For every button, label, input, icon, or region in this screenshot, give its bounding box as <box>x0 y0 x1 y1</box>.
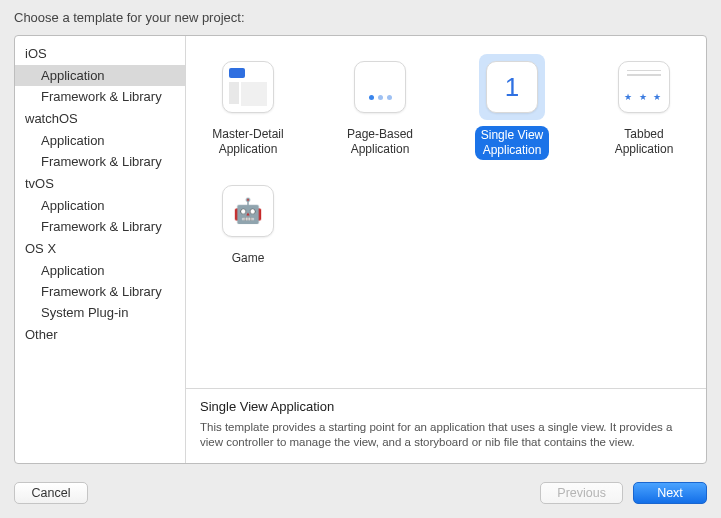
template-icon-wrap: 🤖 <box>215 178 281 244</box>
sidebar-item[interactable]: Application <box>15 65 185 86</box>
template-game[interactable]: 🤖 Game <box>200 178 296 267</box>
sidebar-item[interactable]: Application <box>15 130 185 151</box>
sidebar-header[interactable]: OS X <box>15 237 185 260</box>
single-view-icon: 1 <box>486 61 538 113</box>
sidebar-item[interactable]: Application <box>15 260 185 281</box>
tabbed-icon: ★ ★ ★ <box>618 61 670 113</box>
page-based-icon <box>354 61 406 113</box>
next-button[interactable]: Next <box>633 482 707 504</box>
template-chooser-dialog: Choose a template for your new project: … <box>0 0 721 518</box>
template-tabbed[interactable]: ★ ★ ★ Tabbed Application <box>596 54 692 160</box>
game-icon: 🤖 <box>222 185 274 237</box>
dialog-footer: Cancel Previous Next <box>0 472 721 518</box>
template-master-detail[interactable]: Master-Detail Application <box>200 54 296 160</box>
template-icon-wrap: ★ ★ ★ <box>611 54 677 120</box>
template-label: Master-Detail Application <box>209 126 286 158</box>
content-area: Master-Detail Application Page-Based App… <box>186 36 706 463</box>
main-panel: iOSApplicationFramework & LibrarywatchOS… <box>14 35 707 464</box>
template-icon-wrap <box>347 54 413 120</box>
platform-sidebar: iOSApplicationFramework & LibrarywatchOS… <box>15 36 186 463</box>
template-label: Single View Application <box>475 126 549 160</box>
dialog-title: Choose a template for your new project: <box>0 0 721 31</box>
previous-button[interactable]: Previous <box>540 482 623 504</box>
template-icon-wrap <box>215 54 281 120</box>
sidebar-header[interactable]: tvOS <box>15 172 185 195</box>
sidebar-item[interactable]: Framework & Library <box>15 281 185 302</box>
sidebar-header[interactable]: iOS <box>15 42 185 65</box>
sidebar-item[interactable]: Framework & Library <box>15 151 185 172</box>
sidebar-item[interactable]: Framework & Library <box>15 216 185 237</box>
template-single-view[interactable]: 1 Single View Application <box>464 54 560 160</box>
sidebar-item[interactable]: Application <box>15 195 185 216</box>
template-row: 🤖 Game <box>200 178 692 267</box>
description-title: Single View Application <box>200 399 692 414</box>
template-label: Page-Based Application <box>344 126 416 158</box>
template-icon-wrap: 1 <box>479 54 545 120</box>
template-description: Single View Application This template pr… <box>186 388 706 463</box>
sidebar-item[interactable]: System Plug-in <box>15 302 185 323</box>
sidebar-item[interactable]: Framework & Library <box>15 86 185 107</box>
description-body: This template provides a starting point … <box>200 420 692 451</box>
sidebar-header[interactable]: watchOS <box>15 107 185 130</box>
template-label: Tabbed Application <box>612 126 677 158</box>
sidebar-header[interactable]: Other <box>15 323 185 346</box>
master-detail-icon <box>222 61 274 113</box>
cancel-button[interactable]: Cancel <box>14 482 88 504</box>
template-row: Master-Detail Application Page-Based App… <box>200 54 692 160</box>
template-grid: Master-Detail Application Page-Based App… <box>186 36 706 388</box>
template-page-based[interactable]: Page-Based Application <box>332 54 428 160</box>
template-label: Game <box>229 250 268 267</box>
